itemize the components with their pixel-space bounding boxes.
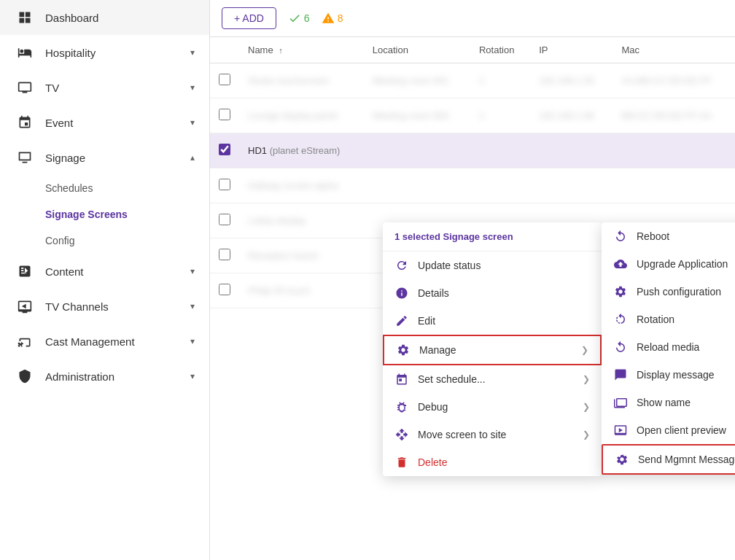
row-location-selected: [364, 133, 470, 168]
warn-badge: 8: [322, 12, 343, 25]
row-mac: BB:CC:DD:EE:FF:AA: [622, 110, 712, 121]
sidebar-item-hospitality[interactable]: Hospitality ▾: [0, 35, 209, 70]
col-select: [210, 37, 239, 63]
ctx-edit[interactable]: Edit: [383, 307, 602, 335]
ctx-show-name[interactable]: Show name: [602, 389, 735, 416]
row-name: Reception board: [248, 250, 317, 261]
sidebar: Dashboard Hospitality ▾ TV ▾ Event ▾ Sig…: [0, 0, 210, 560]
reboot-icon: [613, 230, 628, 243]
row-checkbox[interactable]: [219, 284, 230, 295]
row-ip-selected: [530, 133, 612, 168]
sidebar-item-administration[interactable]: Administration ▾: [0, 359, 209, 394]
chevron-tv-channels: ▾: [190, 301, 195, 311]
ctx-reload-media[interactable]: Reload media: [602, 333, 735, 361]
context-menu-left[interactable]: 1 selected Signage screen Update status …: [383, 222, 602, 476]
main-area: + ADD 6 8 Name ↑ Location Rotation IP Ma…: [210, 0, 735, 560]
sidebar-item-tv-channels[interactable]: TV Channels ▾: [0, 289, 209, 324]
sidebar-label-content: Content: [45, 265, 84, 278]
row-name: Lounge display panel: [248, 110, 338, 121]
ctx-label: Set schedule...: [418, 373, 486, 385]
ctx-debug[interactable]: Debug ❯: [383, 393, 602, 421]
warn-count: 8: [338, 12, 343, 24]
col-location: Location: [364, 37, 470, 63]
info-icon: [394, 287, 409, 300]
row-rotation: 1: [479, 110, 484, 121]
move-icon: [394, 428, 409, 441]
ctx-label: Push configuration: [637, 286, 721, 298]
send-mgmt-icon: [615, 453, 629, 466]
ctx-header: 1 selected Signage screen: [383, 222, 602, 252]
sidebar-label-signage: Signage: [45, 152, 85, 164]
preview-icon: [613, 424, 628, 437]
row-checkbox[interactable]: [219, 249, 230, 260]
sidebar-label-dashboard: Dashboard: [45, 12, 98, 24]
ok-badge: 6: [288, 12, 310, 25]
ctx-manage[interactable]: Manage ❯: [383, 335, 602, 365]
ctx-move-screen[interactable]: Move screen to site ❯: [383, 421, 602, 448]
col-rotation: Rotation: [470, 37, 530, 63]
ctx-details[interactable]: Details: [383, 279, 602, 307]
sidebar-label-tv: TV: [45, 82, 59, 94]
table-row: Hallway screen alpha: [210, 168, 735, 203]
rotation-icon: [613, 313, 628, 326]
row-name: Lobby display: [248, 215, 306, 226]
sidebar-label-event: Event: [45, 117, 73, 129]
ctx-display-message[interactable]: Display message: [602, 361, 735, 389]
ctx-push-config[interactable]: Push configuration: [602, 278, 735, 306]
sidebar-item-event[interactable]: Event ▾: [0, 105, 209, 140]
add-button[interactable]: + ADD: [222, 7, 276, 29]
upgrade-icon: [613, 257, 628, 271]
add-button-label: + ADD: [234, 12, 264, 24]
sidebar-item-signage-screens[interactable]: Signage Screens: [45, 201, 209, 228]
sidebar-item-tv[interactable]: TV ▾: [0, 70, 209, 105]
row-checkbox-selected[interactable]: [219, 144, 230, 155]
ctx-label: Manage: [419, 344, 456, 356]
ctx-delete[interactable]: Delete: [383, 448, 602, 476]
ctx-label: Send Mgmnt Message: [638, 454, 735, 465]
event-icon: [15, 115, 35, 130]
row-ip: 192.168.1.66: [539, 110, 594, 121]
ctx-label: Update status: [418, 260, 481, 271]
row-mac: AA:BB:CC:DD:EE:FF: [622, 75, 712, 86]
ctx-label: Open client preview: [637, 424, 726, 436]
tv-icon: [15, 80, 35, 95]
ok-icon: [288, 12, 301, 25]
sidebar-item-content[interactable]: Content ▾: [0, 254, 209, 289]
row-rotation-selected: [470, 133, 530, 168]
ok-count: 6: [304, 12, 310, 24]
ctx-reboot[interactable]: Reboot: [602, 222, 735, 250]
row-checkbox[interactable]: [219, 179, 230, 190]
ctx-open-client-preview[interactable]: Open client preview: [602, 416, 735, 444]
row-checkbox[interactable]: [219, 74, 230, 85]
sidebar-item-schedules[interactable]: Schedules: [45, 175, 209, 201]
table-row: Studio touchscreen Meeting room 001 1 19…: [210, 63, 735, 98]
ctx-send-mgmt-message[interactable]: Send Mgmnt Message: [602, 444, 735, 475]
ctx-upgrade-app[interactable]: Upgrade Application: [602, 250, 735, 278]
ctx-label: Rotation: [637, 314, 674, 325]
chevron-content: ▾: [190, 266, 195, 276]
ctx-rotation[interactable]: Rotation: [602, 306, 735, 333]
row-checkbox[interactable]: [219, 109, 230, 120]
ctx-set-schedule[interactable]: Set schedule... ❯: [383, 365, 602, 393]
signage-submenu: Schedules Signage Screens Config: [0, 175, 209, 254]
ctx-update-status[interactable]: Update status: [383, 252, 602, 279]
ctx-label: Reboot: [637, 230, 669, 242]
row-name-selected: HD1 (planet eStream): [239, 133, 364, 168]
col-ip: IP: [530, 37, 612, 63]
chevron-signage: ▴: [190, 152, 195, 163]
sidebar-item-dashboard[interactable]: Dashboard: [0, 0, 209, 35]
signage-icon: [15, 150, 35, 165]
chevron-cast: ▾: [190, 336, 195, 346]
sidebar-item-cast-management[interactable]: Cast Management ▾: [0, 324, 209, 359]
context-menu-right[interactable]: Reboot Upgrade Application Push configur…: [602, 222, 735, 475]
dashboard-icon: [15, 10, 35, 25]
ctx-label: Delete: [418, 456, 447, 468]
ctx-label: Display message: [637, 369, 715, 381]
schedule-icon: [394, 373, 409, 386]
sidebar-item-signage[interactable]: Signage ▴: [0, 140, 209, 175]
sidebar-item-config[interactable]: Config: [45, 228, 209, 254]
manage-icon: [396, 343, 411, 357]
administration-icon: [15, 369, 35, 384]
row-checkbox[interactable]: [219, 214, 230, 225]
row-name: Philip 55 touch: [248, 285, 310, 296]
